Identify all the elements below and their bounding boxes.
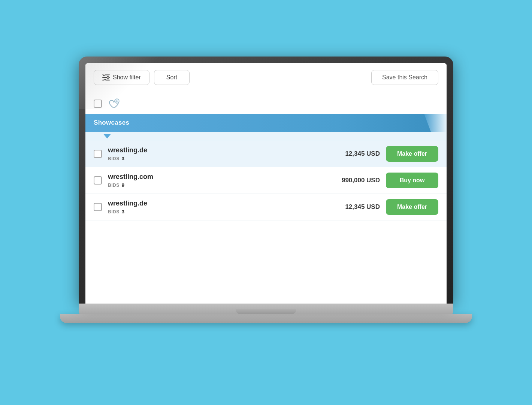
domain-price-0: 12,345 USD <box>324 150 380 158</box>
bids-label-0: BIDS <box>108 156 120 161</box>
sort-label: Sort <box>166 74 177 80</box>
showcases-band: Showcases <box>85 114 447 132</box>
laptop-base <box>79 304 453 314</box>
bids-label-2: BIDS <box>108 209 120 214</box>
domain-checkbox-1[interactable] <box>94 176 102 185</box>
bids-row-1: BIDS 9 <box>108 182 318 188</box>
action-button-0[interactable]: Make offer <box>386 146 438 162</box>
domain-checkbox-2[interactable] <box>94 203 102 211</box>
bids-count-1: 9 <box>122 182 125 188</box>
selection-row <box>85 92 447 114</box>
save-search-button[interactable]: Save this Search <box>371 70 438 85</box>
domain-name-2: wrestling.de <box>108 200 318 207</box>
save-search-label: Save this Search <box>382 74 427 80</box>
dropdown-arrow-icon <box>103 134 111 138</box>
screen-content: Show filter Sort Save this Search <box>85 63 447 304</box>
domain-list: wrestling.de BIDS 3 12,345 USD Make offe… <box>85 141 447 304</box>
hinge-notch <box>236 309 296 314</box>
svg-point-3 <box>103 74 105 76</box>
dropdown-arrow-row <box>85 132 447 141</box>
domain-price-2: 12,345 USD <box>324 203 380 211</box>
domain-row: wrestling.de BIDS 3 12,345 USD Make offe… <box>85 141 447 167</box>
screen-bezel: Show filter Sort Save this Search <box>79 57 453 304</box>
sort-button[interactable]: Sort <box>154 70 190 85</box>
filter-icon <box>102 74 110 80</box>
action-button-2[interactable]: Make offer <box>386 199 438 215</box>
domain-info-0: wrestling.de BIDS 3 <box>108 146 318 161</box>
domain-name-0: wrestling.de <box>108 146 318 154</box>
domain-info-2: wrestling.de BIDS 3 <box>108 200 318 214</box>
add-to-watchlist-icon[interactable] <box>107 97 120 110</box>
bids-count-0: 3 <box>122 156 125 161</box>
show-filter-button[interactable]: Show filter <box>94 70 149 85</box>
showcases-label: Showcases <box>94 119 129 127</box>
svg-point-4 <box>107 77 109 79</box>
laptop-container: Show filter Sort Save this Search <box>69 57 463 348</box>
domain-row: wrestling.de BIDS 3 12,345 USD Make offe… <box>85 194 447 220</box>
select-all-checkbox[interactable] <box>94 100 102 108</box>
bids-count-2: 3 <box>122 209 125 214</box>
domain-price-1: 990,000 USD <box>324 177 380 184</box>
show-filter-label: Show filter <box>113 74 141 81</box>
domain-row: wrestling.com BIDS 9 990,000 USD Buy now <box>85 167 447 194</box>
bids-label-1: BIDS <box>108 183 120 188</box>
bids-row-2: BIDS 3 <box>108 209 318 214</box>
laptop-foot <box>60 314 472 323</box>
bids-row-0: BIDS 3 <box>108 156 318 161</box>
action-button-1[interactable]: Buy now <box>386 173 438 188</box>
domain-checkbox-0[interactable] <box>94 150 102 158</box>
domain-info-1: wrestling.com BIDS 9 <box>108 173 318 188</box>
domain-name-1: wrestling.com <box>108 173 318 181</box>
toolbar: Show filter Sort Save this Search <box>85 63 447 92</box>
svg-point-5 <box>104 79 106 80</box>
